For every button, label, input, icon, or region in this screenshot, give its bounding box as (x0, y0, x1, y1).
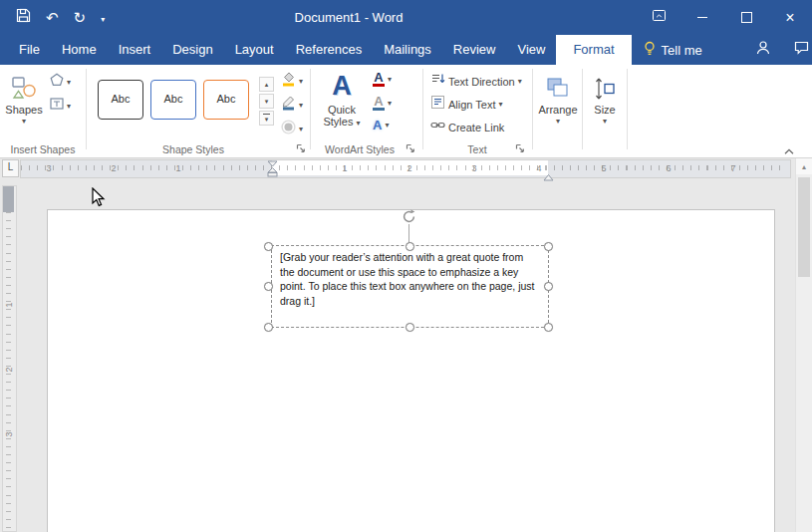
ruler-number: 7 (730, 163, 735, 173)
group-separator (422, 69, 423, 149)
resize-handle-s[interactable] (406, 323, 414, 332)
indent-markers[interactable] (267, 160, 278, 181)
ruler-number: 2 (111, 163, 116, 173)
quick-styles-button[interactable]: A Quick Styles ▾ (317, 69, 367, 142)
ruler-number: 3 (46, 163, 51, 173)
chevron-down-icon: ▾ (22, 118, 26, 126)
ruler-number: 6 (666, 163, 671, 173)
group-separator (86, 69, 87, 149)
text-outline-icon: A (373, 96, 385, 111)
sign-in-button[interactable] (744, 35, 782, 65)
shape-style-preset-3[interactable]: Abc (203, 80, 249, 120)
save-button[interactable] (16, 8, 31, 27)
scrollbar-thumb[interactable] (798, 177, 810, 277)
close-button[interactable]: × (768, 0, 812, 35)
tab-mailings[interactable]: Mailings (373, 35, 442, 65)
chevron-down-icon: ▾ (518, 77, 522, 86)
tab-references[interactable]: References (285, 35, 373, 65)
vertical-scrollbar[interactable]: ▴ (795, 157, 812, 532)
text-effects-button[interactable]: A ▾ (373, 120, 389, 131)
align-text-button[interactable]: Align Text ▾ (430, 95, 503, 114)
feedback-button[interactable] (782, 35, 812, 65)
textbox-text[interactable]: [Grab your reader’s attention with a gre… (272, 246, 548, 312)
text-effects-icon: A (373, 120, 382, 131)
shape-style-preset-1[interactable]: Abc (98, 80, 143, 120)
resize-handle-w[interactable] (264, 282, 273, 291)
ruler-number: 1 (175, 163, 180, 173)
text-outline-button[interactable]: A ▾ (373, 96, 392, 111)
collapse-ribbon-button[interactable] (781, 145, 797, 155)
minimize-button[interactable] (680, 0, 724, 35)
resize-handle-n[interactable] (406, 242, 414, 251)
group-separator (532, 69, 533, 149)
shape-styles-dialog-launcher[interactable] (295, 142, 307, 154)
link-icon (430, 118, 445, 136)
vertical-ruler[interactable]: 1 2 3 (2, 185, 17, 532)
ribbon-display-options-button[interactable] (637, 0, 680, 35)
resize-handle-se[interactable] (544, 323, 553, 332)
shape-fill-button[interactable]: ▾ (281, 72, 303, 91)
resize-handle-ne[interactable] (544, 242, 553, 251)
maximize-button[interactable] (724, 0, 768, 35)
tab-home[interactable]: Home (51, 35, 108, 65)
tab-stop-selector[interactable]: L (2, 159, 19, 177)
create-link-button[interactable]: Create Link (430, 118, 504, 136)
undo-icon: ↶ (46, 9, 59, 26)
text-direction-button[interactable]: Text Direction ▾ (430, 72, 522, 91)
ruler-margin-segment (3, 186, 14, 212)
shape-style-preset-2[interactable]: Abc (150, 80, 196, 120)
shapes-icon (11, 69, 37, 101)
resize-handle-sw[interactable] (264, 323, 273, 332)
gallery-scroll-up-button[interactable]: ▴ (259, 77, 274, 92)
paint-bucket-icon (281, 72, 296, 91)
group-label-shape-styles: Shape Styles (86, 143, 301, 155)
scroll-up-button[interactable]: ▴ (796, 158, 812, 174)
size-icon (594, 69, 616, 101)
text-fill-button[interactable]: A ▾ (373, 72, 392, 87)
tab-design[interactable]: Design (161, 35, 223, 65)
text-dialog-launcher[interactable] (514, 142, 526, 154)
resize-handle-nw[interactable] (264, 242, 273, 251)
edit-shape-button[interactable]: ▾ (50, 73, 71, 91)
shape-effects-button[interactable]: ▾ (281, 120, 303, 138)
size-label: Size (594, 104, 615, 116)
text-box-icon (50, 97, 64, 115)
draw-text-box-button[interactable]: ▾ (50, 97, 71, 115)
customize-quick-access-button[interactable]: ▾ (101, 12, 105, 24)
wordart-a-icon: A (332, 71, 352, 101)
tell-me-button[interactable]: Tell me (632, 35, 714, 65)
chevron-down-icon: ▾ (299, 125, 303, 133)
ribbon: Shapes ▾ ▾ ▾ Insert Shapes Abc Abc Abc ▴… (0, 65, 812, 158)
tab-insert[interactable]: Insert (108, 35, 162, 65)
tab-view[interactable]: View (506, 35, 556, 65)
user-icon (755, 40, 771, 60)
tab-format[interactable]: Format (556, 35, 631, 65)
gallery-more-button[interactable]: ▾ (259, 111, 274, 126)
tab-review[interactable]: Review (442, 35, 507, 65)
right-indent-marker[interactable] (543, 167, 554, 185)
chevron-down-icon: ▾ (299, 101, 303, 110)
chevron-down-icon: ▾ (357, 119, 361, 128)
gallery-scroll-down-button[interactable]: ▾ (259, 94, 274, 109)
resize-handle-e[interactable] (544, 282, 553, 291)
arrange-button[interactable]: Arrange ▾ (535, 69, 581, 142)
align-text-label: Align Text (448, 99, 496, 111)
shape-outline-button[interactable]: ▾ (281, 96, 303, 115)
quick-styles-label-2: Styles ▾ (323, 116, 360, 130)
horizontal-ruler[interactable]: 3 2 1 1 2 3 4 5 6 7 (20, 159, 791, 178)
text-box[interactable]: [Grab your reader’s attention with a gre… (271, 245, 549, 328)
shapes-button[interactable]: Shapes ▾ (4, 69, 44, 142)
mouse-cursor (92, 187, 106, 211)
redo-button[interactable]: ↻ (74, 10, 87, 25)
undo-button[interactable]: ↶ (46, 10, 59, 25)
dialog-launcher-icon (406, 139, 415, 157)
tab-layout[interactable]: Layout (224, 35, 285, 65)
dialog-launcher-icon (296, 139, 306, 157)
tab-stop-icon: L (8, 161, 14, 172)
tab-file[interactable]: File (8, 35, 51, 65)
chevron-down-icon: ▾ (499, 100, 503, 109)
rotate-handle[interactable] (402, 209, 416, 224)
wordart-styles-dialog-launcher[interactable] (405, 142, 416, 154)
size-button[interactable]: Size ▾ (585, 69, 625, 142)
chevron-down-icon: ▾ (556, 118, 560, 126)
